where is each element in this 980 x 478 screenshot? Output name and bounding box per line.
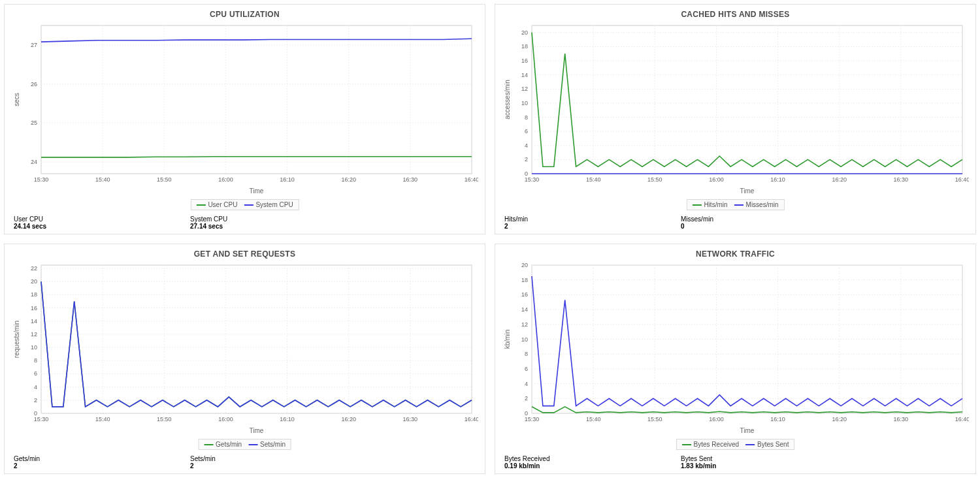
stat-value: 0 (681, 223, 740, 230)
legend-swatch (734, 204, 743, 206)
svg-text:16:30: 16:30 (403, 416, 418, 422)
chart-area-net: 0246810121416182015:3015:4015:5016:0016:… (502, 261, 969, 450)
legend-swatch (682, 444, 691, 445)
legend-item: Gets/min (204, 441, 242, 448)
svg-rect-27 (532, 25, 962, 174)
svg-text:15:50: 15:50 (647, 416, 662, 422)
svg-text:20: 20 (521, 262, 528, 268)
svg-text:16:20: 16:20 (341, 176, 356, 183)
svg-text:18: 18 (31, 291, 37, 298)
svg-text:15:50: 15:50 (647, 176, 662, 183)
stat-block: Gets/min 2 (14, 455, 73, 470)
svg-text:secs: secs (13, 93, 20, 106)
svg-text:22: 22 (31, 265, 37, 272)
stat-value: 1.83 kb/min (681, 462, 740, 470)
svg-text:25: 25 (31, 119, 37, 126)
svg-text:15:40: 15:40 (95, 416, 110, 422)
panel-title: GET AND SET REQUESTS (11, 249, 478, 259)
stat-label: Bytes Received (504, 455, 563, 462)
svg-text:Time: Time (250, 427, 264, 434)
stat-value: 0.19 kb/min (504, 462, 563, 470)
legend-label: Hits/min (704, 201, 727, 208)
stat-value: 2 (14, 462, 73, 470)
panel-cpu-utilization: CPU UTILIZATION 2425262715:3015:4015:501… (4, 4, 485, 234)
svg-text:16: 16 (521, 57, 528, 64)
legend-swatch (745, 444, 755, 445)
panel-title: CACHED HITS AND MISSES (502, 10, 969, 19)
svg-text:6: 6 (525, 128, 528, 135)
svg-text:16:10: 16:10 (770, 416, 785, 422)
svg-text:8: 8 (525, 351, 528, 357)
stat-block: System CPU 27.14 secs (190, 215, 249, 230)
svg-text:16:20: 16:20 (341, 416, 356, 422)
legend-item: Bytes Sent (745, 441, 789, 448)
svg-text:24: 24 (31, 159, 37, 165)
chart-legend: Hits/min Misses/min (686, 199, 784, 210)
panel-cache-hits-misses: CACHED HITS AND MISSES 02468101214161820… (495, 4, 976, 234)
svg-text:16:40: 16:40 (465, 176, 478, 183)
legend-item: Sets/min (248, 441, 286, 448)
svg-text:20: 20 (31, 278, 37, 285)
svg-text:16: 16 (521, 291, 528, 298)
legend-item: Misses/min (734, 201, 779, 208)
svg-text:14: 14 (31, 318, 37, 325)
svg-text:requests/min: requests/min (13, 321, 20, 358)
chart-area-cpu: 2425262715:3015:4015:5016:0016:1016:2016… (11, 22, 478, 210)
svg-text:16:10: 16:10 (280, 416, 295, 422)
svg-text:15:50: 15:50 (157, 176, 172, 183)
svg-text:2: 2 (525, 156, 528, 163)
svg-text:4: 4 (525, 142, 528, 149)
panel-stats: Gets/min 2 Sets/min 2 (11, 450, 478, 470)
stat-label: Misses/min (681, 215, 740, 223)
chart-legend: Gets/min Sets/min (198, 439, 291, 450)
legend-swatch (204, 444, 213, 445)
svg-text:10: 10 (31, 344, 37, 351)
svg-text:16:00: 16:00 (709, 176, 724, 183)
legend-label: Bytes Sent (757, 441, 789, 448)
svg-text:kb/min: kb/min (504, 330, 511, 349)
svg-text:16:20: 16:20 (832, 416, 847, 422)
stat-label: Sets/min (190, 455, 249, 462)
svg-text:8: 8 (34, 357, 37, 364)
panel-network-traffic: NETWORK TRAFFIC 0246810121416182015:3015… (495, 244, 976, 474)
legend-swatch (196, 204, 205, 206)
stat-value: 2 (190, 462, 249, 470)
panel-stats: User CPU 24.14 secs System CPU 27.14 sec… (11, 210, 478, 230)
stat-block: Bytes Sent 1.83 kb/min (681, 455, 740, 470)
svg-text:16:40: 16:40 (955, 176, 969, 183)
svg-text:15:30: 15:30 (525, 176, 540, 183)
chart-legend: User CPU System CPU (190, 199, 299, 210)
legend-label: Misses/min (746, 201, 779, 208)
legend-item: System CPU (244, 201, 293, 208)
svg-text:15:40: 15:40 (95, 176, 110, 183)
chart-svg: 0246810121416182015:3015:4015:5016:0016:… (502, 261, 969, 436)
chart-area-reqs: 024681012141618202215:3015:4015:5016:001… (11, 261, 478, 450)
svg-text:Time: Time (250, 187, 264, 195)
chart-svg: 0246810121416182015:3015:4015:5016:0016:… (502, 22, 969, 196)
legend-item: Bytes Received (682, 441, 739, 448)
svg-text:16:00: 16:00 (709, 416, 724, 422)
legend-label: System CPU (255, 201, 293, 208)
svg-text:10: 10 (521, 336, 528, 343)
legend-label: Gets/min (216, 441, 242, 448)
panel-stats: Bytes Received 0.19 kb/min Bytes Sent 1.… (502, 450, 969, 470)
svg-text:6: 6 (34, 370, 37, 377)
svg-text:16:10: 16:10 (280, 176, 295, 183)
svg-rect-0 (41, 25, 472, 174)
stat-block: Misses/min 0 (681, 215, 740, 230)
stat-block: Bytes Received 0.19 kb/min (504, 455, 563, 470)
stat-value: 2 (504, 223, 563, 230)
svg-text:15:30: 15:30 (34, 416, 49, 422)
legend-swatch (244, 204, 253, 206)
panel-title: CPU UTILIZATION (11, 10, 478, 19)
chart-svg: 024681012141618202215:3015:4015:5016:001… (11, 261, 478, 436)
legend-label: Sets/min (260, 441, 286, 448)
svg-text:20: 20 (521, 29, 528, 36)
svg-rect-68 (41, 265, 472, 413)
stat-block: Hits/min 2 (504, 215, 563, 230)
svg-text:15:40: 15:40 (586, 176, 601, 183)
svg-text:16:40: 16:40 (955, 416, 969, 422)
svg-text:10: 10 (521, 100, 528, 106)
legend-item: User CPU (196, 201, 237, 208)
panel-title: NETWORK TRAFFIC (502, 249, 969, 259)
